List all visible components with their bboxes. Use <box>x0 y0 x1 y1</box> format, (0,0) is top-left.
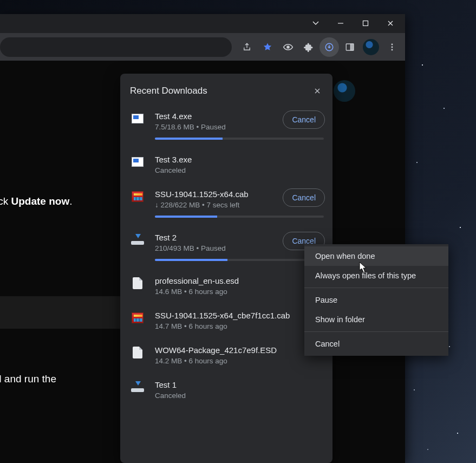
download-status: Canceled <box>155 166 324 174</box>
download-progress-fill <box>155 216 217 218</box>
download-filename: SSU-19041.1525-x64_cbe7f1cc1.cab <box>155 311 324 320</box>
download-filename: professional_en-us.esd <box>155 276 324 285</box>
downloads-panel-header: Recent Downloads <box>120 74 332 104</box>
download-progress-track <box>155 259 324 261</box>
file-file-icon <box>130 277 145 289</box>
download-item[interactable]: SSU-19041.1525-x64_cbe7f1cc1.cab14.7 MB … <box>120 303 332 338</box>
downloads-list: Test 4.exe7.5/18.6 MB • PausedCancelTest… <box>120 104 332 407</box>
downloads-panel: Recent Downloads Test 4.exe7.5/18.6 MB •… <box>120 74 332 463</box>
download-cancel-button[interactable]: Cancel <box>283 188 325 207</box>
context-menu-item[interactable]: Open when done <box>304 246 448 266</box>
download-item[interactable]: professional_en-us.esd14.6 MB • 6 hours … <box>120 269 332 303</box>
exe-file-icon <box>130 113 145 125</box>
download-progress-fill <box>155 138 223 140</box>
dl-file-icon <box>130 234 145 246</box>
svg-rect-4 <box>351 44 354 50</box>
svg-point-6 <box>392 46 393 48</box>
page-text: d and run the <box>0 373 56 384</box>
dl-file-icon <box>130 381 145 393</box>
profile-avatar[interactable] <box>363 39 379 55</box>
download-item[interactable]: SSU-19041.1525-x64.cab↓ 228/622 MB • 7 s… <box>120 182 332 225</box>
file-file-icon <box>130 347 145 358</box>
download-cancel-button[interactable]: Cancel <box>283 110 325 129</box>
download-progress-fill <box>155 259 227 261</box>
tab-search-button[interactable] <box>303 14 328 32</box>
cab-file-icon <box>130 191 145 203</box>
download-item[interactable]: Test 4.exe7.5/18.6 MB • PausedCancel <box>120 104 332 147</box>
downloads-panel-close-button[interactable] <box>310 83 325 99</box>
context-menu-item[interactable]: Always open files of this type <box>304 266 448 285</box>
download-context-menu: Open when doneAlways open files of this … <box>304 244 448 356</box>
download-progress-track <box>155 216 324 218</box>
page-text-line: ick Update now. <box>0 194 72 210</box>
download-status: 14.7 MB • 6 hours ago <box>155 322 324 330</box>
window-close-button[interactable] <box>378 14 403 32</box>
bookmark-star-icon[interactable] <box>258 37 277 57</box>
download-item[interactable]: Test 3.exeCanceled <box>120 147 332 182</box>
downloads-panel-title: Recent Downloads <box>130 86 207 96</box>
context-menu-item[interactable]: Cancel <box>304 334 448 354</box>
address-bar[interactable] <box>0 37 232 57</box>
download-filename: Test 3.exe <box>155 155 324 164</box>
downloads-icon[interactable] <box>319 37 339 57</box>
page-avatar <box>334 80 355 102</box>
side-panel-icon[interactable] <box>340 37 360 57</box>
page-text: . <box>69 195 72 207</box>
kebab-menu-icon[interactable] <box>382 37 402 57</box>
toolbar <box>0 32 405 61</box>
page-text-line: d and run the <box>0 371 56 387</box>
download-status: 14.6 MB • 6 hours ago <box>155 288 324 296</box>
extensions-puzzle-icon[interactable] <box>299 37 318 57</box>
download-item[interactable]: Test 1Canceled <box>120 373 332 407</box>
window-titlebar <box>0 14 405 32</box>
eye-icon[interactable] <box>278 37 298 57</box>
context-menu-item[interactable]: Show in folder <box>304 310 448 329</box>
share-icon[interactable] <box>237 37 257 57</box>
download-filename: Test 1 <box>155 380 324 389</box>
context-menu-separator <box>304 331 448 332</box>
context-menu-item[interactable]: Pause <box>304 290 448 310</box>
download-progress-track <box>155 138 324 140</box>
page-text-bold: Update now <box>11 195 70 207</box>
window-minimize-button[interactable] <box>328 14 353 32</box>
page-text: ick <box>0 195 11 207</box>
download-filename: WOW64-Package_421c7e9f.ESD <box>155 345 324 355</box>
download-status: 14.2 MB • 6 hours ago <box>155 357 324 365</box>
svg-point-7 <box>392 49 393 50</box>
download-status: Canceled <box>155 392 324 400</box>
svg-rect-0 <box>363 21 368 26</box>
download-item[interactable]: Test 2210/493 MB • PausedCancel <box>120 225 332 269</box>
window-maximize-button[interactable] <box>353 14 378 32</box>
cab-file-icon <box>130 312 145 324</box>
context-menu-separator <box>304 288 448 288</box>
download-item[interactable]: WOW64-Package_421c7e9f.ESD14.2 MB • 6 ho… <box>120 338 332 373</box>
svg-point-5 <box>392 43 393 45</box>
svg-point-1 <box>287 45 289 48</box>
exe-file-icon <box>130 156 145 168</box>
